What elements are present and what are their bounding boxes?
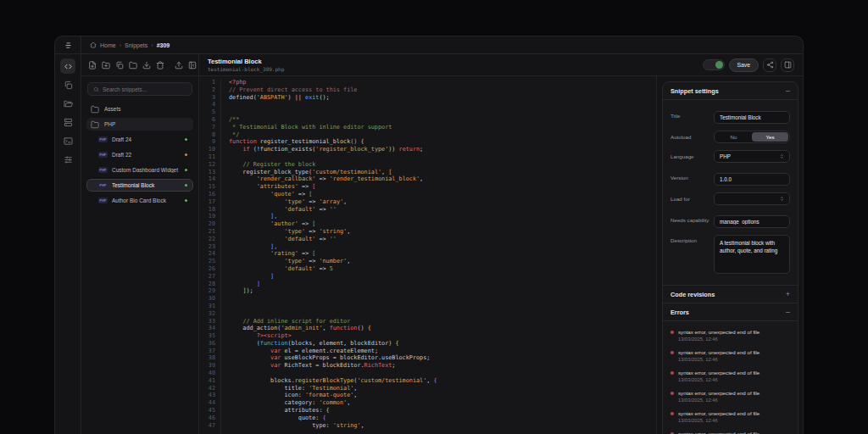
file-plus-button[interactable] [88, 61, 97, 70]
inspector-column: Snippet settings – TitleAutoloadNoYesLan… [657, 76, 803, 434]
trash-button[interactable] [156, 61, 164, 70]
status-dot-green [185, 169, 188, 172]
line-number: 45 [199, 407, 215, 415]
search-box[interactable] [87, 82, 192, 96]
code-line [229, 303, 437, 310]
code-line: /** [229, 116, 437, 124]
code-revisions-title: Code revisions [670, 291, 715, 298]
rail-archive-button[interactable] [60, 114, 75, 130]
share-button[interactable] [763, 58, 776, 72]
line-number: 26 [199, 265, 215, 273]
error-text: syntax error, unexpected end of file13/0… [678, 431, 760, 434]
tree-folder-assets[interactable]: Assets [86, 103, 193, 115]
error-dot [670, 371, 674, 375]
expand-icon[interactable]: + [786, 290, 790, 298]
archive-icon [64, 118, 73, 127]
panel-right-icon [784, 61, 792, 69]
collapse-icon[interactable]: – [786, 86, 790, 95]
code-editor[interactable]: 1234567891011121314151617181920212223242… [199, 76, 657, 434]
code-line [229, 101, 437, 108]
app-logo[interactable] [55, 36, 81, 53]
error-item[interactable]: syntax error, unexpected end of file13/0… [670, 370, 790, 382]
rail-settings-sliders-button[interactable] [60, 152, 75, 167]
code-line: 'default' => '' [229, 206, 437, 214]
breadcrumb-separator: › [151, 42, 153, 48]
code-line: function register_testimonial_block() { [229, 138, 437, 146]
line-number: 44 [199, 399, 215, 407]
autoload-option-no[interactable]: No [715, 132, 752, 142]
error-item[interactable]: syntax error, unexpected end of file13/0… [670, 390, 790, 403]
snippet-settings-header[interactable]: Snippet settings – [663, 82, 798, 100]
line-number: 30 [199, 295, 215, 303]
rail-code-button[interactable] [60, 58, 75, 74]
error-item[interactable]: syntax error, unexpected end of file13/0… [670, 431, 790, 434]
snippet-item[interactable]: PHPDraft 24 [86, 133, 193, 146]
error-item[interactable]: syntax error, unexpected end of file13/0… [670, 329, 790, 342]
copy-button[interactable] [115, 61, 124, 70]
breadcrumb-item[interactable]: Home [100, 42, 116, 48]
save-button[interactable]: Save [729, 58, 760, 72]
error-text: syntax error, unexpected end of file13/0… [678, 390, 760, 403]
active-toggle[interactable] [703, 59, 725, 70]
line-number: 24 [199, 250, 215, 258]
field-row: Needs capability [670, 212, 790, 228]
line-number: 19 [199, 213, 215, 220]
snippet-item[interactable]: PHPCustom Dashboard Widget [86, 164, 193, 176]
folder-plus-button[interactable] [102, 61, 110, 70]
code-line [229, 295, 437, 303]
version-input[interactable] [714, 173, 790, 186]
upload-icon [175, 61, 183, 70]
download-icon [142, 61, 151, 70]
breadcrumb-item[interactable]: #309 [157, 42, 170, 48]
autoload-option-yes[interactable]: Yes [752, 132, 788, 142]
rail-terminal-button[interactable] [60, 133, 75, 148]
field-label: Load for [670, 196, 714, 202]
code-line: var useBlockProps = blockEditor.useBlock… [229, 354, 437, 362]
toggle-knob [715, 61, 723, 69]
collapse-panel-button[interactable] [188, 61, 197, 70]
line-number: 18 [199, 206, 215, 214]
error-dot [670, 412, 674, 415]
code-line: ], [229, 243, 437, 251]
code-line: category: 'common', [229, 399, 437, 407]
php-badge: PHP [98, 167, 108, 173]
line-number: 41 [199, 377, 215, 385]
language-select[interactable]: PHP [714, 150, 790, 163]
error-timestamp: 13/03/2025, 12:46 [678, 377, 760, 382]
line-number: 29 [199, 287, 215, 295]
needs-capability-input[interactable] [714, 215, 790, 228]
editor-header: Testimonial Block testimonial-block_309.… [199, 54, 803, 76]
code-line: (function(blocks, element, blockEditor) … [229, 340, 437, 348]
snippet-item[interactable]: PHPTestimonial Block [86, 179, 193, 192]
load-for-select[interactable] [714, 192, 790, 205]
error-item[interactable]: syntax error, unexpected end of file13/0… [670, 410, 790, 423]
field-control [714, 170, 790, 186]
code-revisions-header[interactable]: Code revisions + [663, 286, 798, 303]
tree-folder-php[interactable]: PHP [86, 118, 193, 131]
line-number: 10 [199, 146, 215, 153]
error-message: syntax error, unexpected end of file [678, 431, 760, 434]
autoload-segmented: NoYes [714, 131, 790, 143]
upload-button[interactable] [175, 61, 183, 70]
title-input[interactable] [714, 111, 790, 124]
rail-folder-open-button[interactable] [60, 96, 75, 111]
field-label: Version [670, 175, 714, 181]
search-icon [93, 86, 99, 92]
snippet-item[interactable]: PHPAuthor Bio Card Block [86, 194, 193, 207]
folder-icon [91, 105, 99, 114]
rail-snippets-button[interactable] [60, 77, 75, 92]
settings-fields: TitleAutoloadNoYesLanguagePHPVersionLoad… [663, 100, 798, 286]
collapse-icon[interactable]: – [786, 308, 790, 316]
download-button[interactable] [142, 61, 151, 70]
error-item[interactable]: syntax error, unexpected end of file13/0… [670, 349, 790, 362]
folder-button[interactable] [129, 61, 137, 70]
errors-header[interactable]: Errors – [663, 303, 798, 321]
code-line: ]); [229, 287, 437, 295]
code-line: // Prevent direct access to this file [229, 86, 437, 94]
search-input[interactable] [103, 86, 186, 92]
toggle-right-panel-button[interactable] [781, 58, 794, 72]
line-number: 25 [199, 258, 215, 265]
breadcrumb-item[interactable]: Snippets [125, 42, 147, 48]
snippet-item[interactable]: PHPDraft 22 [86, 148, 193, 161]
description-textarea[interactable]: A testimonial block with author, quote, … [714, 235, 790, 274]
